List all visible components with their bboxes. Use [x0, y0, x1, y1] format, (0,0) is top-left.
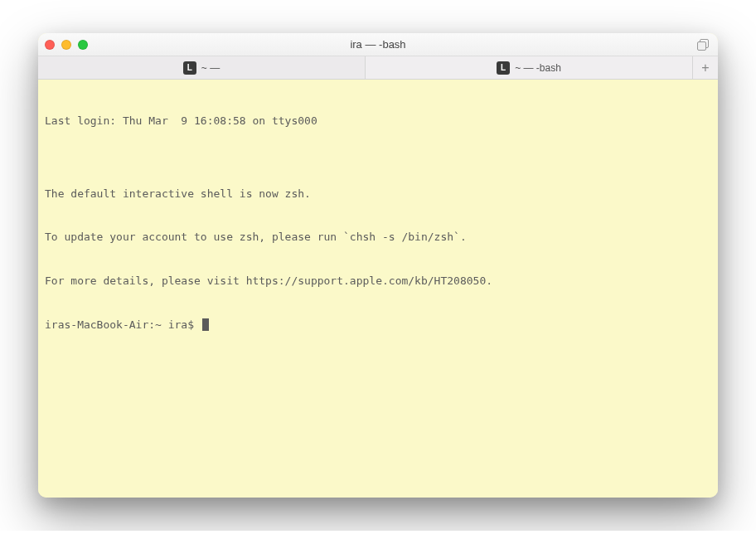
window-title: ira — -bash — [350, 38, 405, 51]
terminal-icon: L — [497, 61, 510, 75]
terminal-window: ira — -bash L ~ — L ~ — -bash + Last log… — [38, 33, 718, 498]
tab-label: ~ — — [201, 62, 220, 74]
output-line: Last login: Thu Mar 9 16:08:58 on ttys00… — [45, 114, 711, 129]
fullscreen-button[interactable] — [78, 40, 88, 50]
output-line: To update your account to use zsh, pleas… — [45, 230, 711, 245]
output-line: For more details, please visit https://s… — [45, 274, 711, 289]
new-tab-button[interactable]: + — [693, 56, 718, 79]
minimize-button[interactable] — [61, 40, 71, 50]
window-titlebar[interactable]: ira — -bash — [38, 33, 718, 56]
tab-label: ~ — -bash — [515, 62, 561, 74]
tab-2[interactable]: L ~ — -bash — [366, 56, 693, 79]
prompt-line: iras-MacBook-Air:~ ira$ — [45, 318, 711, 333]
terminal-icon: L — [183, 61, 196, 75]
copy-icon — [697, 39, 709, 51]
duplicate-window-button[interactable] — [695, 36, 711, 53]
output-line: The default interactive shell is now zsh… — [45, 187, 711, 202]
close-button[interactable] — [45, 40, 55, 50]
traffic-lights — [45, 40, 88, 50]
prompt: iras-MacBook-Air:~ ira$ — [45, 318, 201, 333]
terminal-output[interactable]: Last login: Thu Mar 9 16:08:58 on ttys00… — [38, 80, 718, 498]
tab-1[interactable]: L ~ — — [38, 56, 366, 79]
tab-bar: L ~ — L ~ — -bash + — [38, 56, 718, 80]
plus-icon: + — [701, 61, 709, 75]
cursor — [202, 318, 209, 331]
